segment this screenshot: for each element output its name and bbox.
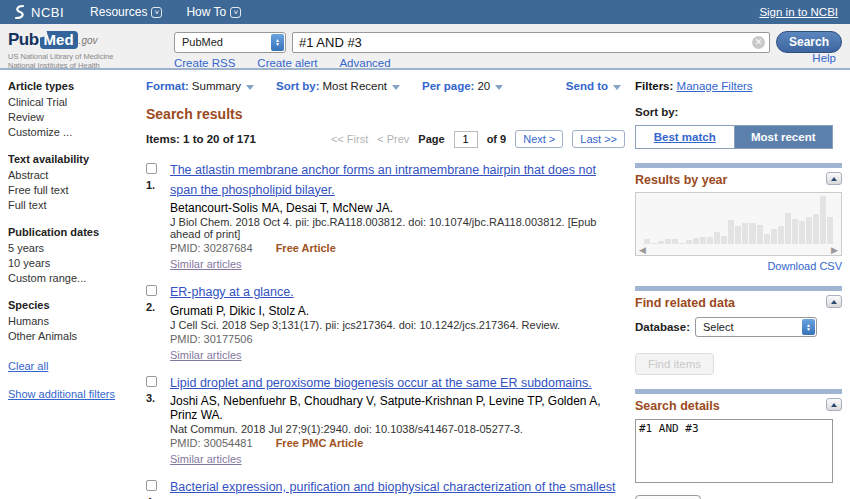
result-checkbox[interactable]	[146, 285, 157, 296]
results-by-year-panel: Results by year ◀ ▶ Download CSV	[635, 163, 842, 272]
year-bar[interactable]	[707, 237, 713, 244]
facet-item-10-years[interactable]: 10 years	[8, 256, 146, 271]
year-bar[interactable]	[771, 229, 777, 244]
year-bar[interactable]	[658, 241, 664, 244]
find-related-data-title: Find related data	[635, 296, 842, 310]
create-alert-link[interactable]: Create alert	[257, 57, 317, 69]
pubmed-header: Pub Med .gov US National Library of Medi…	[0, 24, 850, 70]
facet-item-other-animals[interactable]: Other Animals	[8, 329, 146, 344]
per-page-dropdown[interactable]: Per page: 20	[422, 80, 503, 92]
per-page-value: 20	[477, 80, 490, 92]
clear-all-link[interactable]: Clear all	[8, 360, 146, 372]
year-bar[interactable]	[799, 221, 805, 244]
facet-item-custom-range[interactable]: Custom range...	[8, 271, 146, 286]
year-bar[interactable]	[806, 217, 812, 244]
facet-item-review[interactable]: Review	[8, 110, 146, 125]
next-page-button[interactable]: Next >	[515, 130, 563, 148]
logo-pub-text: Pub	[8, 30, 39, 50]
year-bar[interactable]	[764, 234, 770, 244]
year-bar[interactable]	[742, 223, 748, 244]
year-bar[interactable]	[651, 243, 657, 244]
ncbi-logo[interactable]: NCBI	[12, 4, 64, 20]
resources-menu[interactable]: Resources ˅	[90, 5, 162, 19]
last-page-button[interactable]: Last >>	[572, 130, 625, 148]
chart-scroll-left-icon[interactable]: ◀	[639, 245, 646, 255]
result-title-link[interactable]: Lipid droplet and peroxisome biogenesis …	[170, 376, 592, 390]
year-bar[interactable]	[721, 236, 727, 244]
search-details-panel: Search details #1 AND #3 Search See more…	[635, 389, 842, 499]
year-bar[interactable]	[686, 240, 692, 244]
year-bar[interactable]	[714, 232, 720, 244]
year-bar[interactable]	[735, 226, 741, 244]
sign-in-link[interactable]: Sign in to NCBI	[759, 6, 838, 18]
send-to-dropdown[interactable]: Send to	[566, 80, 621, 92]
collapse-panel-button[interactable]	[826, 172, 842, 185]
result-checkbox[interactable]	[146, 480, 157, 491]
advanced-link[interactable]: Advanced	[339, 57, 390, 69]
show-additional-filters-link[interactable]: Show additional filters	[8, 388, 146, 400]
facet-item-customize[interactable]: Customize ...	[8, 125, 146, 140]
year-bar[interactable]	[785, 213, 791, 244]
year-bar[interactable]	[693, 238, 699, 244]
facet-item-abstract[interactable]: Abstract	[8, 168, 146, 183]
search-details-search-button[interactable]: Search	[635, 495, 701, 499]
download-csv-link[interactable]: Download CSV	[635, 260, 842, 272]
result-checkbox[interactable]	[146, 163, 157, 174]
how-to-menu[interactable]: How To ˅	[186, 5, 241, 19]
most-recent-button[interactable]: Most recent	[734, 126, 833, 148]
year-bar[interactable]	[665, 239, 671, 244]
year-bar[interactable]	[792, 219, 798, 244]
similar-articles-link[interactable]: Similar articles	[170, 258, 242, 270]
clear-search-icon[interactable]: ✕	[752, 36, 765, 49]
chart-scroll-right-icon[interactable]: ▶	[831, 245, 838, 255]
related-database-select[interactable]: Select ▲▼	[695, 317, 817, 337]
facet-item-full-text[interactable]: Full text	[8, 198, 146, 213]
caret-down-icon	[495, 85, 503, 90]
sort-by-dropdown[interactable]: Sort by: Most Recent	[276, 80, 400, 92]
search-details-textarea[interactable]: #1 AND #3	[635, 419, 833, 483]
format-dropdown[interactable]: Format: Summary	[146, 80, 254, 92]
year-bar[interactable]	[778, 226, 784, 244]
chevron-down-icon: ˅	[230, 7, 241, 18]
year-bar[interactable]	[679, 243, 685, 244]
database-select[interactable]: PubMed ▲▼	[174, 32, 286, 53]
result-pmid: PMID: 30287684	[170, 242, 253, 254]
search-button[interactable]: Search	[776, 31, 842, 53]
facet-item-clinical-trial[interactable]: Clinical Trial	[8, 95, 146, 110]
collapse-panel-button[interactable]	[826, 398, 842, 411]
result-title-link[interactable]: Bacterial expression, purification and b…	[170, 480, 615, 499]
facet-item-humans[interactable]: Humans	[8, 314, 146, 329]
page-number-input[interactable]	[454, 131, 478, 148]
result-journal: J Biol Chem. 2018 Oct 4. pii: jbc.RA118.…	[170, 216, 625, 240]
year-bar[interactable]	[813, 214, 819, 244]
help-link[interactable]: Help	[812, 52, 836, 64]
best-match-button[interactable]: Best match	[636, 126, 734, 148]
similar-articles-link[interactable]: Similar articles	[170, 349, 242, 361]
logo-gov-text: .gov	[79, 35, 98, 46]
database-select-value: PubMed	[182, 36, 223, 48]
year-bar[interactable]	[700, 237, 706, 244]
create-rss-link[interactable]: Create RSS	[174, 57, 235, 69]
page-of-label: of 9	[487, 133, 507, 145]
search-input[interactable]	[292, 32, 770, 53]
logo-med-badge: Med	[40, 31, 78, 49]
year-bar[interactable]	[820, 196, 826, 244]
year-bar[interactable]	[749, 223, 755, 244]
year-bar[interactable]	[644, 239, 650, 244]
facet-item-free-full-text[interactable]: Free full text	[8, 183, 146, 198]
pubmed-logo[interactable]: Pub Med .gov US National Library of Medi…	[8, 28, 174, 68]
result-pmid: PMID: 30177506	[170, 333, 253, 345]
year-bar[interactable]	[827, 217, 833, 244]
panel-accent-bar	[635, 286, 842, 291]
facet-item-5-years[interactable]: 5 years	[8, 241, 146, 256]
similar-articles-link[interactable]: Similar articles	[170, 453, 242, 465]
result-item: 3. Lipid droplet and peroxisome biogenes…	[146, 373, 625, 468]
year-bar[interactable]	[757, 225, 763, 244]
year-bar[interactable]	[672, 239, 678, 244]
manage-filters-link[interactable]: Manage Filters	[677, 80, 753, 92]
result-title-link[interactable]: ER-phagy at a glance.	[170, 285, 294, 299]
collapse-panel-button[interactable]	[826, 295, 842, 308]
result-checkbox[interactable]	[146, 376, 157, 387]
year-bar[interactable]	[728, 220, 734, 244]
result-title-link[interactable]: The atlastin membrane anchor forms an in…	[170, 163, 596, 197]
